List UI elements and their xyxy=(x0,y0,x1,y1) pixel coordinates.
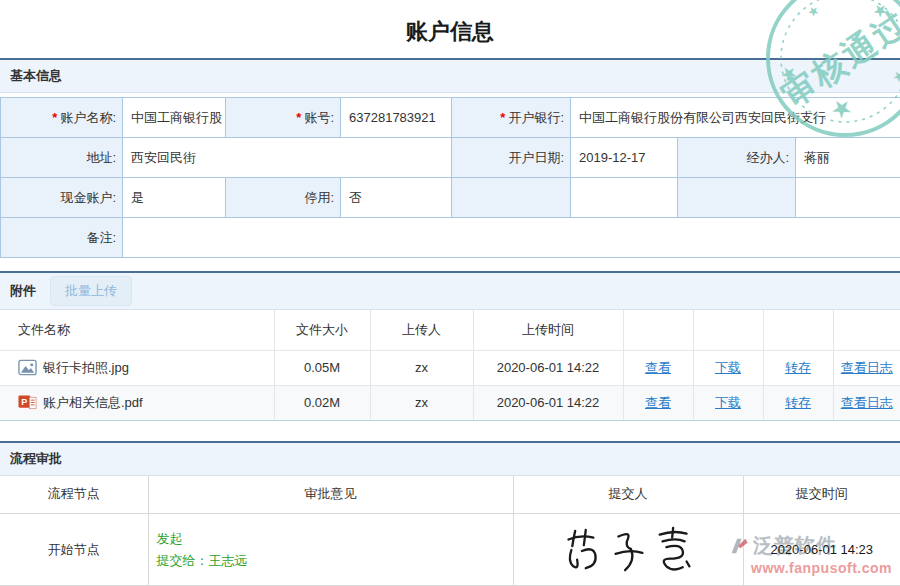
section-attachments: 附件 批量上传 xyxy=(0,271,900,310)
remark-label: 备注: xyxy=(1,218,123,258)
basic-info-table: *账户名称: 中国工商银行股 *账号: 637281783921 *开户银行: … xyxy=(0,97,900,258)
file-name: 银行卡拍照.jpg xyxy=(43,359,129,377)
transfer-link[interactable]: 转存 xyxy=(785,360,811,375)
basic-row-4: 备注: xyxy=(1,218,900,258)
transfer-link[interactable]: 转存 xyxy=(785,395,811,410)
file-upload-time: 2020-06-01 14:22 xyxy=(473,350,623,385)
handler-label: 经办人: xyxy=(678,138,796,178)
bank-value: 中国工商银行股份有限公司西安回民街支行 xyxy=(571,98,900,138)
col-action xyxy=(693,310,763,350)
svg-text:P: P xyxy=(21,397,27,407)
view-log-link[interactable]: 查看日志 xyxy=(841,360,893,375)
cash-account-value: 是 xyxy=(123,178,226,218)
opinion-target: 提交给：王志远 xyxy=(157,550,513,572)
account-info-page: 账户信息 基本信息 *账户名称: 中国工商银行股 *账号: 6372817839… xyxy=(0,0,900,586)
attachments-header-row: 文件名称 文件大小 上传人 上传时间 xyxy=(0,310,900,350)
pdf-file-icon: P xyxy=(18,393,37,412)
col-approval-opinion: 审批意见 xyxy=(148,476,513,514)
cash-account-label: 现金账户: xyxy=(1,178,123,218)
required-mark: * xyxy=(52,110,57,125)
view-log-link[interactable]: 查看日志 xyxy=(841,395,893,410)
file-size: 0.05M xyxy=(274,350,370,385)
col-file-name: 文件名称 xyxy=(0,310,274,350)
disabled-value: 否 xyxy=(341,178,452,218)
download-link[interactable]: 下载 xyxy=(715,395,741,410)
submit-time: 2020-06-01 14:23 xyxy=(770,542,873,557)
disabled-label: 停用: xyxy=(226,178,341,218)
col-action xyxy=(833,310,900,350)
image-file-icon xyxy=(18,358,37,377)
open-date-label: 开户日期: xyxy=(452,138,571,178)
col-uploader: 上传人 xyxy=(370,310,473,350)
basic-row-3: 现金账户: 是 停用: 否 xyxy=(1,178,900,218)
download-link[interactable]: 下载 xyxy=(715,360,741,375)
approval-header-row: 流程节点 审批意见 提交人 提交时间 xyxy=(0,476,900,514)
account-no-value: 637281783921 xyxy=(341,98,452,138)
section-basic-info-title: 基本信息 xyxy=(10,67,62,85)
basic-row-1: *账户名称: 中国工商银行股 *账号: 637281783921 *开户银行: … xyxy=(1,98,900,138)
attachment-row: 银行卡拍照.jpg 0.05M zx 2020-06-01 14:22 查看 下… xyxy=(0,350,900,385)
col-submitter: 提交人 xyxy=(513,476,743,514)
approval-table: 流程节点 审批意见 提交人 提交时间 开始节点 发起 提交给：王志远 xyxy=(0,476,900,586)
col-flow-node: 流程节点 xyxy=(0,476,148,514)
submitter-signature xyxy=(558,526,698,574)
empty-value-cell xyxy=(571,178,678,218)
section-basic-info: 基本信息 xyxy=(0,58,900,93)
empty-label-cell xyxy=(678,178,796,218)
open-date-value: 2019-12-17 xyxy=(571,138,678,178)
page-title: 账户信息 xyxy=(0,0,900,58)
file-uploader: zx xyxy=(370,350,473,385)
section-approval: 流程审批 xyxy=(0,441,900,476)
attachments-table: 文件名称 文件大小 上传人 上传时间 银行卡拍照.jpg 0.05M xyxy=(0,310,900,421)
section-approval-title: 流程审批 xyxy=(10,450,62,468)
section-attachments-title: 附件 xyxy=(10,282,36,300)
account-name-value: 中国工商银行股 xyxy=(123,98,226,138)
file-uploader: zx xyxy=(370,385,473,420)
required-mark: * xyxy=(296,110,301,125)
remark-value xyxy=(123,218,900,258)
address-label: 地址: xyxy=(1,138,123,178)
required-mark: * xyxy=(500,110,505,125)
file-name: 账户相关信息.pdf xyxy=(43,394,143,412)
file-size: 0.02M xyxy=(274,385,370,420)
basic-row-2: 地址: 西安回民街 开户日期: 2019-12-17 经办人: 蒋丽 xyxy=(1,138,900,178)
col-submit-time: 提交时间 xyxy=(743,476,900,514)
col-file-size: 文件大小 xyxy=(274,310,370,350)
flow-node: 开始节点 xyxy=(0,514,148,586)
empty-label-cell xyxy=(452,178,571,218)
bank-label: *开户银行: xyxy=(452,98,571,138)
col-upload-time: 上传时间 xyxy=(473,310,623,350)
batch-upload-button[interactable]: 批量上传 xyxy=(50,276,132,306)
col-action xyxy=(623,310,693,350)
view-link[interactable]: 查看 xyxy=(645,395,671,410)
col-action xyxy=(763,310,833,350)
account-no-label: *账号: xyxy=(226,98,341,138)
handler-value: 蒋丽 xyxy=(796,138,900,178)
address-value: 西安回民街 xyxy=(123,138,452,178)
account-name-label: *账户名称: xyxy=(1,98,123,138)
attachment-row: P 账户相关信息.pdf 0.02M zx 2020-06-01 14:22 查… xyxy=(0,385,900,420)
file-upload-time: 2020-06-01 14:22 xyxy=(473,385,623,420)
opinion-action: 发起 xyxy=(157,528,513,550)
empty-value-cell xyxy=(796,178,900,218)
approval-row: 开始节点 发起 提交给：王志远 xyxy=(0,514,900,586)
view-link[interactable]: 查看 xyxy=(645,360,671,375)
